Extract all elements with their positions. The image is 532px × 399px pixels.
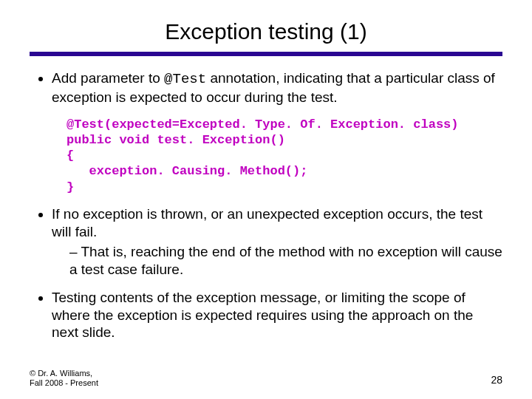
footer-date: Fall 2008 - Present: [30, 378, 98, 389]
bullet-1: Add parameter to @Test annotation, indic…: [52, 69, 502, 106]
sub-bullet-list: That is, reaching the end of the method …: [52, 243, 502, 279]
bullet-2-sub-text: That is, reaching the end of the method …: [69, 244, 502, 277]
bullet-1-text-pre: Add parameter to: [52, 70, 164, 86]
slide: Exception testing (1) Add parameter to @…: [0, 0, 532, 399]
inline-code-test: @Test: [164, 71, 206, 87]
bullet-2: If no exception is thrown, or an unexpec…: [52, 205, 502, 279]
bullet-3: Testing contents of the exception messag…: [52, 289, 502, 341]
footer-left: © Dr. A. Williams, Fall 2008 - Present: [30, 369, 98, 389]
page-number: 28: [491, 374, 502, 386]
bullet-list-2: If no exception is thrown, or an unexpec…: [30, 205, 502, 341]
footer-copyright: © Dr. A. Williams,: [30, 369, 98, 379]
code-block: @Test(expected=Excepted. Type. Of. Excep…: [66, 117, 502, 195]
slide-title: Exception testing (1): [30, 19, 502, 44]
bullet-2-text: If no exception is thrown, or an unexpec…: [52, 206, 482, 239]
title-underline: [30, 52, 502, 56]
bullet-list: Add parameter to @Test annotation, indic…: [30, 69, 502, 106]
bullet-2-sub: That is, reaching the end of the method …: [69, 243, 502, 279]
bullet-3-text: Testing contents of the exception messag…: [52, 290, 473, 341]
